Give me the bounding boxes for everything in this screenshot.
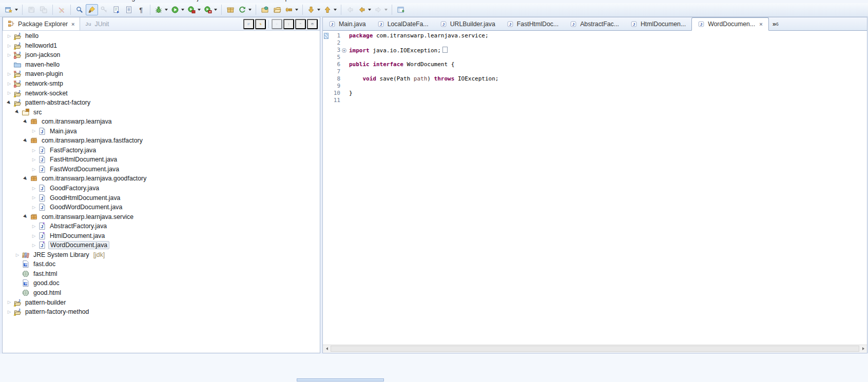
link-with-editor-button[interactable] — [255, 19, 266, 29]
new-wizard-button[interactable] — [3, 4, 20, 15]
editor-tab-fasthtmldoc-[interactable]: FastHtmlDoc... — [501, 17, 564, 30]
tree-item-goodfactory-java[interactable]: ▷GoodFactory.java — [3, 184, 320, 193]
forward-button[interactable] — [373, 4, 389, 15]
coverage-button[interactable] — [186, 4, 202, 15]
tree-item-maven-hello[interactable]: maven-hello — [3, 60, 320, 70]
menu-navigate[interactable]: Navigate — [113, 0, 150, 2]
tree-item-fast-html[interactable]: fast.html — [3, 269, 320, 279]
tree-item-jre-system-library[interactable]: ▷JRE System Library[jdk] — [3, 250, 320, 260]
tree-expand-arrow[interactable]: ▶ — [5, 98, 13, 107]
editor-tab-localdatefa-[interactable]: LocalDateFa... — [372, 17, 434, 30]
declaration-view-button[interactable] — [123, 4, 135, 15]
tree-item-worddocument-java[interactable]: ▷WordDocument.java — [3, 240, 320, 250]
profile-button[interactable] — [202, 4, 219, 15]
view-tab-close-icon[interactable]: × — [71, 21, 74, 27]
tree-item-maven-plugin[interactable]: ▷maven-plugin — [3, 69, 320, 79]
tree-expand-arrow[interactable]: ▶ — [22, 213, 30, 221]
externalize-strings-button[interactable] — [98, 4, 110, 15]
tree-expand-arrow[interactable]: ▷ — [30, 186, 37, 191]
editor-tab-htmldocumen-[interactable]: HtmlDocumen... — [625, 17, 691, 30]
tree-expand-arrow[interactable]: ▶ — [13, 108, 22, 116]
tree-expand-arrow[interactable]: ▷ — [30, 195, 37, 200]
tree-expand-arrow[interactable]: ▷ — [14, 253, 21, 257]
debug-button[interactable] — [153, 4, 169, 15]
tree-item-goodworddocument-java[interactable]: ▷GoodWordDocument.java — [3, 203, 320, 212]
search-button[interactable] — [283, 4, 300, 15]
view-menu-button[interactable] — [283, 19, 294, 29]
show-whitespace-toggle[interactable] — [135, 4, 147, 15]
marker-bar[interactable] — [323, 33, 329, 39]
refresh-button[interactable] — [237, 4, 253, 15]
menu-search[interactable]: Search — [150, 0, 182, 2]
tree-expand-arrow[interactable]: ▷ — [30, 224, 37, 229]
editor-tab-urlbuilder-java[interactable]: URLBuilder.java — [434, 17, 501, 30]
previous-annotation-button[interactable] — [322, 4, 338, 15]
tree-item-network-smtp[interactable]: ▷network-smtp — [3, 79, 320, 89]
javadoc-wizard-button[interactable] — [110, 4, 123, 15]
menu-project[interactable]: Project — [182, 0, 213, 2]
minimize-button[interactable] — [295, 19, 306, 29]
tree-expand-arrow[interactable]: ▷ — [6, 300, 13, 305]
tree-item-fastworddocument-java[interactable]: ▷FastWordDocument.java — [3, 165, 320, 174]
tree-item-good-doc[interactable]: good.doc — [3, 278, 320, 288]
menu-window[interactable]: Window — [236, 0, 269, 2]
tree-expand-arrow[interactable]: ▷ — [30, 157, 37, 162]
tree-item-com-itranswarp-learnjava[interactable]: ▶com.itranswarp.learnjava — [3, 117, 320, 127]
menu-help[interactable]: Help — [270, 0, 295, 2]
tree-item-network-socket[interactable]: ▷network-socket — [3, 88, 320, 98]
editor-tab-overflow-chevron[interactable]: »6 — [769, 17, 782, 30]
editor-tab-abstractfac-[interactable]: AbstractFac... — [564, 17, 625, 30]
tree-item-json-jackson[interactable]: ▷json-jackson — [3, 50, 320, 60]
tree-item-pattern-abstract-factory[interactable]: ▶pattern-abstract-factory — [3, 98, 320, 108]
tree-item-goodhtmldocument-java[interactable]: ▷GoodHtmlDocument.java — [3, 193, 320, 203]
back-button[interactable] — [356, 4, 373, 15]
tree-item-fast-doc[interactable]: fast.doc — [3, 259, 320, 269]
tree-expand-arrow[interactable]: ▷ — [30, 234, 37, 238]
tree-item-fasthtmldocument-java[interactable]: ▷FastHtmlDocument.java — [3, 155, 320, 165]
tree-item-hello[interactable]: ▷hello — [3, 31, 320, 41]
tree-expand-arrow[interactable]: ▶ — [22, 175, 30, 183]
fold-expand-icon[interactable]: + — [342, 48, 346, 53]
view-tab-package-explorer[interactable]: Package Explorer× — [3, 17, 80, 30]
focus-on-task-button[interactable] — [272, 19, 282, 29]
new-java-package-button[interactable] — [224, 4, 237, 15]
tree-item-main-java[interactable]: ▷Main.java — [3, 126, 320, 136]
tree-expand-arrow[interactable]: ▷ — [6, 82, 13, 86]
tree-item-htmldocument-java[interactable]: ▷HtmlDocument.java — [3, 231, 320, 240]
tree-item-src[interactable]: ▶src — [3, 107, 320, 117]
tree-expand-arrow[interactable]: ▶ — [22, 136, 30, 145]
open-type-button[interactable] — [73, 4, 86, 15]
view-tab-junit[interactable]: JUnit — [80, 17, 114, 30]
maximize-button[interactable] — [307, 19, 318, 29]
tree-item-helloworld1[interactable]: ▷helloworld1 — [3, 41, 320, 51]
tree-expand-arrow[interactable]: ▷ — [6, 34, 13, 38]
collapse-all-button[interactable] — [243, 19, 254, 29]
tree-item-com-itranswarp-learnjava-service[interactable]: ▶com.itranswarp.learnjava.service — [3, 212, 320, 222]
tree-expand-arrow[interactable]: ▷ — [30, 148, 37, 153]
editor-tab-main-java[interactable]: Main.java — [323, 17, 372, 30]
save-button[interactable] — [25, 4, 37, 15]
tree-expand-arrow[interactable]: ▷ — [30, 167, 37, 172]
tree-expand-arrow[interactable]: ▷ — [30, 205, 37, 210]
menu-run[interactable]: Run — [213, 0, 236, 2]
tree-item-pattern-factory-method[interactable]: ▷pattern-factory-method — [3, 307, 320, 317]
open-file-button[interactable] — [271, 4, 283, 15]
tree-item-com-itranswarp-learnjava-goodfactory[interactable]: ▶com.itranswarp.learnjava.goodfactory — [3, 174, 320, 184]
menu-refactor[interactable]: Refactor — [78, 0, 113, 2]
tree-expand-arrow[interactable]: ▷ — [6, 310, 13, 314]
open-perspective-button[interactable] — [395, 4, 407, 15]
code-editor[interactable]: 1package com.itranswarp.learnjava.servic… — [323, 31, 867, 346]
skip-all-breakpoints-button[interactable] — [55, 4, 68, 15]
menu-file[interactable]: File — [2, 0, 24, 2]
folded-region-box[interactable] — [442, 47, 448, 53]
tree-expand-arrow[interactable]: ▷ — [30, 129, 37, 133]
open-resource-button[interactable] — [259, 4, 271, 15]
menu-edit[interactable]: Edit — [24, 0, 46, 2]
tree-expand-arrow[interactable]: ▷ — [6, 91, 13, 95]
editor-tab-close-icon[interactable]: × — [759, 21, 762, 27]
save-all-button[interactable] — [37, 4, 50, 15]
tree-item-good-html[interactable]: good.html — [3, 288, 320, 298]
tree-item-com-itranswarp-learnjava-fastfactory[interactable]: ▶com.itranswarp.learnjava.fastfactory — [3, 136, 320, 146]
scrollbar-thumb[interactable] — [331, 346, 859, 352]
tree-expand-arrow[interactable]: ▷ — [30, 243, 37, 248]
